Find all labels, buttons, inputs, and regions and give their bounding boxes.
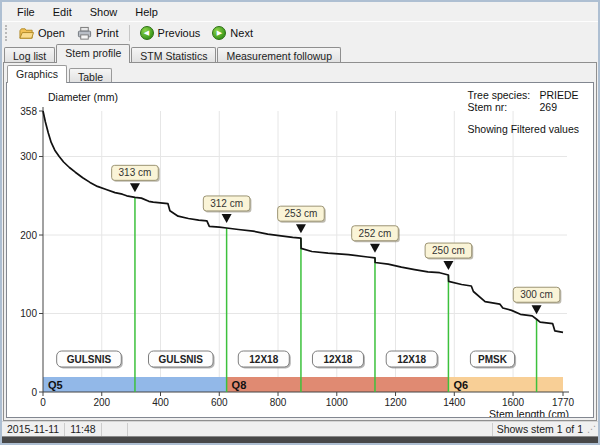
- svg-text:252 cm: 252 cm: [359, 228, 392, 239]
- cut-marker[interactable]: 250 cm: [425, 243, 473, 270]
- menu-edit[interactable]: Edit: [44, 4, 81, 20]
- quality-band-label: Q6: [453, 379, 468, 391]
- previous-button[interactable]: ◀ Previous: [134, 23, 207, 43]
- printer-icon: [77, 26, 92, 41]
- log-type-button[interactable]: 12X18: [386, 351, 439, 369]
- svg-text:1200: 1200: [384, 397, 407, 408]
- cut-marker[interactable]: 312 cm: [203, 196, 251, 223]
- stem-profile-page: Graphics Table Q5Q8Q60100200300358020040…: [3, 62, 597, 421]
- svg-text:1770: 1770: [552, 397, 575, 408]
- sub-tab-bar: Graphics Table: [6, 65, 594, 83]
- svg-text:GULSNIS: GULSNIS: [67, 354, 112, 365]
- menu-help[interactable]: Help: [126, 4, 167, 20]
- cut-pointer-icon: [222, 214, 232, 223]
- svg-text:800: 800: [270, 397, 287, 408]
- filter-note: Showing Filtered values: [468, 123, 579, 135]
- menu-file[interactable]: File: [8, 4, 44, 20]
- quality-band-Q8: [227, 377, 449, 392]
- menu-show[interactable]: Show: [81, 4, 127, 20]
- stem-info-block: Tree species: PRIEDE Stem nr: 269 Showin…: [468, 89, 579, 135]
- open-button-label: Open: [38, 27, 65, 39]
- cut-pointer-icon: [443, 261, 453, 270]
- svg-text:0: 0: [40, 397, 46, 408]
- svg-text:312 cm: 312 cm: [210, 198, 243, 209]
- svg-text:1400: 1400: [443, 397, 466, 408]
- log-type-button[interactable]: GULSNIS: [57, 351, 123, 369]
- status-time: 11:48: [65, 423, 102, 436]
- tab-stem-profile[interactable]: Stem profile: [56, 44, 130, 63]
- status-empty-cell: [102, 423, 128, 436]
- app-window: File Edit Show Help Open Pr: [0, 0, 600, 445]
- next-arrow-icon: ▶: [212, 26, 226, 40]
- tree-species-label: Tree species:: [468, 89, 540, 101]
- print-button-label: Print: [96, 27, 119, 39]
- svg-text:GULSNIS: GULSNIS: [159, 354, 204, 365]
- tab-stm-statistics[interactable]: STM Statistics: [131, 47, 216, 63]
- svg-text:250 cm: 250 cm: [432, 245, 465, 256]
- previous-arrow-icon: ◀: [140, 26, 154, 40]
- next-button[interactable]: ▶ Next: [206, 23, 259, 43]
- svg-text:12X18: 12X18: [323, 354, 352, 365]
- svg-text:0: 0: [31, 387, 37, 398]
- tab-measurement-followup[interactable]: Measurement followup: [217, 47, 341, 63]
- next-button-label: Next: [230, 27, 253, 39]
- svg-text:600: 600: [211, 397, 228, 408]
- svg-text:313 cm: 313 cm: [119, 167, 152, 178]
- cut-pointer-icon: [130, 183, 140, 192]
- cut-pointer-icon: [532, 305, 542, 314]
- cut-pointer-icon: [370, 244, 380, 253]
- svg-text:253 cm: 253 cm: [285, 208, 318, 219]
- svg-text:200: 200: [93, 397, 110, 408]
- open-button[interactable]: Open: [13, 23, 71, 44]
- main-tab-bar: Log list Stem profile STM Statistics Mea…: [2, 44, 598, 63]
- log-type-button[interactable]: PMSK: [470, 351, 516, 369]
- status-stem-info: Shows stem 1 of 1: [492, 423, 587, 436]
- svg-text:100: 100: [20, 308, 37, 319]
- cut-marker[interactable]: 252 cm: [352, 226, 400, 253]
- graphics-panel: Q5Q8Q60100200300358020040060080010001200…: [6, 82, 594, 418]
- previous-button-label: Previous: [158, 27, 201, 39]
- menu-bar: File Edit Show Help: [2, 2, 598, 21]
- quality-band-label: Q5: [48, 379, 63, 391]
- subtab-table[interactable]: Table: [69, 68, 112, 83]
- toolbar-separator: [129, 25, 130, 41]
- log-type-button[interactable]: 12X18: [312, 351, 365, 369]
- svg-text:12X18: 12X18: [249, 354, 278, 365]
- y-axis-title: Diameter (mm): [48, 91, 118, 103]
- svg-text:12X18: 12X18: [397, 354, 426, 365]
- toolbar-grip[interactable]: [5, 25, 10, 41]
- svg-text:300 cm: 300 cm: [520, 289, 553, 300]
- svg-text:1000: 1000: [326, 397, 349, 408]
- window-bottom-edge: [2, 436, 598, 443]
- tree-species-value: PRIEDE: [540, 89, 579, 101]
- cut-marker[interactable]: 300 cm: [513, 287, 561, 314]
- quality-band-label: Q8: [232, 379, 247, 391]
- resize-grip-icon[interactable]: ⋰: [587, 424, 598, 434]
- stem-nr-value: 269: [540, 101, 558, 113]
- svg-text:358: 358: [20, 106, 37, 117]
- folder-open-icon: [19, 26, 34, 41]
- print-button[interactable]: Print: [71, 23, 125, 44]
- cut-marker[interactable]: 253 cm: [278, 206, 326, 233]
- status-date: 2015-11-11: [2, 423, 65, 436]
- tab-log-list[interactable]: Log list: [4, 47, 55, 63]
- status-spacer: [128, 423, 492, 436]
- cut-marker[interactable]: 313 cm: [112, 165, 160, 192]
- toolbar: Open Print ◀ Previous ▶ Next: [2, 21, 598, 44]
- log-type-button[interactable]: 12X18: [238, 351, 291, 369]
- svg-text:1600: 1600: [502, 397, 525, 408]
- x-axis-title: Stem length (cm): [489, 408, 569, 418]
- svg-text:PMSK: PMSK: [478, 354, 508, 365]
- svg-text:200: 200: [20, 230, 37, 241]
- svg-text:300: 300: [20, 151, 37, 162]
- status-bar: 2015-11-11 11:48 Shows stem 1 of 1 ⋰: [2, 421, 598, 436]
- stem-nr-label: Stem nr:: [468, 101, 540, 113]
- svg-text:400: 400: [152, 397, 169, 408]
- cut-pointer-icon: [296, 224, 306, 233]
- subtab-graphics[interactable]: Graphics: [7, 65, 67, 83]
- log-type-button[interactable]: GULSNIS: [148, 351, 214, 369]
